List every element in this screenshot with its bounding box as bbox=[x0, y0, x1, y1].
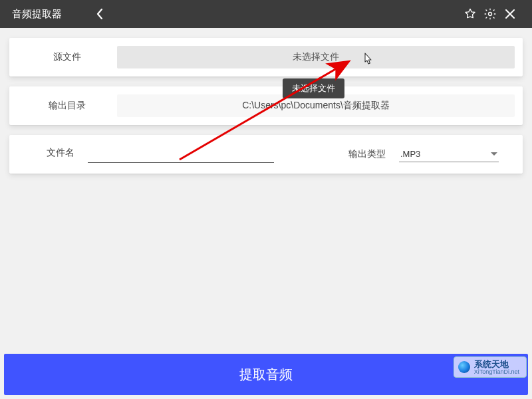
star-icon bbox=[464, 7, 477, 21]
settings-button[interactable] bbox=[480, 4, 500, 24]
output-dir-path: C:\Users\pc\Documents\音频提取器 bbox=[242, 100, 390, 112]
watermark-sub: XiTongTianDi.net bbox=[474, 369, 519, 376]
app-title: 音频提取器 bbox=[12, 8, 62, 21]
filename-card: 文件名 输出类型 .MP3 bbox=[9, 135, 523, 174]
watermark-title: 系统天地 bbox=[474, 360, 519, 369]
chevron-left-icon bbox=[96, 9, 103, 19]
back-button[interactable] bbox=[90, 4, 110, 24]
output-dir-card: 输出目录 C:\Users\pc\Documents\音频提取器 bbox=[9, 86, 523, 125]
title-bar: 音频提取器 bbox=[0, 0, 532, 28]
close-button[interactable] bbox=[500, 4, 520, 24]
source-file-card: 源文件 未选择文件 bbox=[9, 38, 523, 76]
watermark-badge: 系统天地 XiTongTianDi.net bbox=[454, 356, 527, 378]
output-type-group: 输出类型 .MP3 bbox=[335, 146, 499, 162]
dropdown-icon bbox=[491, 152, 497, 156]
favorite-button[interactable] bbox=[460, 4, 480, 24]
output-type-value: .MP3 bbox=[400, 149, 491, 159]
source-file-label: 源文件 bbox=[17, 51, 117, 63]
output-dir-field[interactable]: C:\Users\pc\Documents\音频提取器 bbox=[117, 94, 515, 117]
output-type-label: 输出类型 bbox=[335, 148, 399, 160]
filename-group: 文件名 bbox=[17, 146, 274, 163]
filename-input[interactable] bbox=[88, 146, 274, 163]
filename-label: 文件名 bbox=[17, 147, 88, 163]
output-dir-label: 输出目录 bbox=[17, 100, 117, 112]
source-file-button-text: 未选择文件 bbox=[293, 51, 339, 63]
source-file-button[interactable]: 未选择文件 bbox=[117, 46, 515, 68]
output-type-select[interactable]: .MP3 bbox=[399, 146, 499, 162]
extract-audio-button[interactable]: 提取音频 bbox=[4, 354, 528, 395]
close-icon bbox=[504, 8, 516, 20]
extract-audio-label: 提取音频 bbox=[239, 366, 293, 384]
gear-icon bbox=[483, 7, 497, 21]
filename-row: 文件名 输出类型 .MP3 bbox=[17, 146, 499, 163]
svg-point-0 bbox=[489, 13, 492, 16]
